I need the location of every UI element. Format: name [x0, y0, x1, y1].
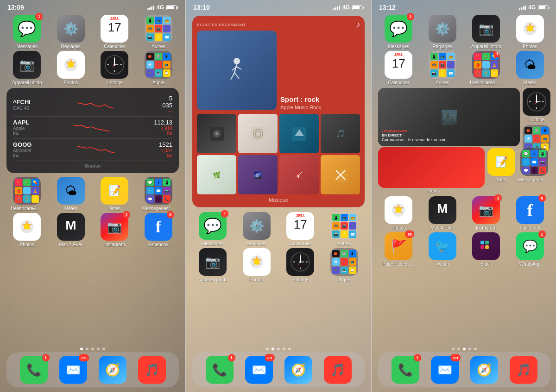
ap2-9: ⌚	[349, 267, 356, 274]
dot-1-1	[80, 348, 83, 350]
hf3-1: ❤️	[474, 53, 481, 60]
facebook-label-1: Facebook	[148, 242, 169, 247]
dock-music-2[interactable]: 🎵	[324, 356, 352, 384]
app-row-3-3: Photos M Mac 4 Ever 📷 1 Instagram f 6 Fa…	[372, 194, 556, 231]
meteo-label-3: Météo	[524, 80, 537, 85]
phone-dock-badge-2: 1	[228, 354, 235, 361]
app-calendrier-1[interactable]: JEU. 17 Calendrier	[94, 15, 135, 49]
photos-label-1: Photos	[63, 80, 78, 85]
dock-safari-1[interactable]: 🧭	[99, 356, 126, 384]
svg-rect-59	[480, 241, 484, 244]
app-autres-3[interactable]: 📱 📺 📻 🎮 🎬 🎵 📷 ⭐ ✉️ Autres	[422, 51, 463, 85]
app-photos-row4-1[interactable]: Photos	[6, 213, 48, 247]
slack-icon-3	[472, 232, 500, 260]
app-messages-3[interactable]: 💬 1 Messages	[378, 15, 419, 49]
hf3-8: 🏋️	[482, 69, 490, 77]
app-reglages-2[interactable]: ⚙️ Réglages	[236, 212, 278, 246]
signal-icon-3	[519, 5, 526, 10]
app-instagram-1[interactable]: 📷 1 Instagram	[94, 213, 135, 247]
app-mac4ever-1[interactable]: M Mac 4 Ever	[51, 213, 92, 247]
album-8	[321, 155, 360, 194]
slack-label-3: Slack	[480, 261, 492, 267]
app-messages-1[interactable]: 💬 1 Messages	[6, 15, 48, 49]
messages-badge-3: 1	[407, 13, 414, 20]
app-horloge-3[interactable]: Horloge	[523, 88, 550, 122]
health-label-1: Healthcare&Fit...	[11, 206, 43, 211]
dock-music-1[interactable]: 🎵	[138, 356, 166, 384]
app-horloge-2[interactable]: Horloge	[280, 248, 321, 282]
mail-dock-icon-1: ✉️ 791	[59, 356, 87, 384]
app-messageries-1[interactable]: 💬 f 📱 🐦 ✉️ 📷 🗨️ S 📞 Messageries/r...	[138, 177, 179, 211]
battery-3	[538, 5, 550, 10]
dot-1-3	[91, 348, 94, 350]
app-camera-1[interactable]: 📷 Appareil photo	[6, 51, 48, 85]
signal-bar-1	[147, 8, 149, 10]
app-pagefb-3[interactable]: 🚩 99 Page Facebook	[378, 232, 419, 267]
horloge-icon-2	[286, 248, 314, 276]
dock-safari-3[interactable]: 🧭	[470, 356, 498, 384]
app-facebook-3[interactable]: f 6 Facebook	[510, 196, 551, 230]
app-whatsapp-3[interactable]: 💬 1 WhatsApp	[510, 232, 551, 267]
app-health-1[interactable]: ❤️ 🏃 💊 🍎 💧 🧘 🩺 🏋️ ⭐ Healthcare&Fit...	[6, 177, 48, 211]
dock-mail-2[interactable]: ✉️ 791	[245, 356, 273, 384]
mf3: 📱	[163, 179, 171, 186]
svg-point-45	[527, 26, 533, 31]
signal-bar-3-4	[524, 6, 526, 10]
apple-folder-label-1: Apple	[152, 80, 164, 85]
health-label-3: Healthcare&Fit...	[470, 80, 502, 85]
app-reglages-1[interactable]: ⚙️ Réglages	[51, 15, 92, 49]
dot-3-2	[457, 348, 460, 350]
meteo-label-1: Météo	[64, 206, 77, 211]
dock-mail-1[interactable]: ✉️ 791	[59, 356, 87, 384]
fi8: ⭐	[155, 33, 162, 41]
signal-bar-3	[151, 6, 152, 10]
dock-phone-3[interactable]: 📞 1	[392, 356, 419, 384]
dock-safari-2[interactable]: 🧭	[284, 356, 312, 384]
app-horloge-1[interactable]: Horloge	[94, 51, 135, 85]
notes-label-3: Notes	[495, 177, 507, 182]
app-photos-1[interactable]: Photos	[51, 51, 92, 85]
app-camera-2[interactable]: 📷 Appareil photo	[192, 248, 234, 282]
instagram-icon-1: 📷 1	[101, 213, 128, 241]
notes-section-label	[489, 188, 520, 193]
status-bar-1: 13:09 4G	[0, 0, 185, 13]
app-slack-3[interactable]: Slack	[466, 232, 507, 267]
dock-phone-2[interactable]: 📞 1	[206, 356, 234, 384]
app-calendrier-3[interactable]: JEU. 17 Calendrier	[378, 51, 419, 85]
app-autres-1[interactable]: 📱 📺 📻 🎮 🎬 🎵 📷 ⭐ ✉️ Autres	[138, 15, 179, 49]
messageries-folder-1: 💬 f 📱 🐦 ✉️ 📷 🗨️ S 📞	[145, 177, 172, 205]
app-messageries-3[interactable]: 💬 f 📱 🐦 ✉️ 📷 🗨️ S 📞 Messageries/r...	[518, 147, 550, 188]
app-photos-r3[interactable]: Photos	[378, 196, 419, 230]
app-notes-3[interactable]: 📝 Notes	[487, 147, 515, 188]
twitter-label-3: Twitter	[436, 261, 449, 267]
autres-folder-1: 📱 📺 📻 🎮 🎬 🎵 📷 ⭐ ✉️	[145, 15, 172, 43]
clock-svg-2	[290, 252, 310, 272]
app-apple-2[interactable]: 🍎 🏥 📱 ☁️ 🎵 📺 🎮 💻 ⌚ Apple	[324, 248, 365, 282]
dock-mail-3[interactable]: ✉️ 791	[431, 356, 459, 384]
app-reglages-3[interactable]: ⚙️ Réglages	[422, 15, 463, 49]
svg-text:M: M	[65, 218, 76, 232]
app-calendrier-2[interactable]: JEU. 17 Calendrier	[280, 212, 321, 246]
facebook-label-3: Facebook	[520, 225, 540, 230]
app-facebook-1[interactable]: f 6 Facebook	[138, 213, 179, 247]
app-twitter-3[interactable]: 🐦 Twitter	[422, 232, 463, 267]
app-photos-3[interactable]: Photos	[510, 15, 551, 49]
app-meteo-3[interactable]: 🌤 Météo	[510, 51, 551, 85]
app-health-3[interactable]: ❤️ 🏃 💊 🍎 💧 🧘 🩺 🏋️ ⭐ 1 Healthcare&Fit...	[466, 51, 507, 85]
album-1	[197, 114, 236, 153]
app-instagram-3[interactable]: 📷 1 Instagram	[466, 196, 507, 230]
dock-music-3[interactable]: 🎵	[510, 356, 537, 384]
mac4ever-label-1: Mac 4 Ever	[59, 242, 82, 247]
stock-goog-info: GOOG Alphabet Inc.	[13, 141, 34, 158]
app-apple-folder-1[interactable]: 🍎 🏥 📱 ☁️ 🎵 📺 🎮 💻 ⌚ Apple	[138, 51, 179, 85]
calendrier-label-1: Calendrier	[104, 44, 125, 49]
app-notes-1[interactable]: 📝 Notes	[94, 177, 135, 211]
app-messages-2[interactable]: 💬 1 Messages	[192, 212, 234, 246]
app-photos-2[interactable]: Photos	[236, 248, 278, 282]
af2-3: 📻	[349, 214, 356, 221]
app-camera-3[interactable]: 📷 Appareil photo	[466, 15, 507, 49]
app-meteo-1[interactable]: 🌤 Météo	[51, 177, 92, 211]
app-autres-2[interactable]: 📱 📺 📻 🎮 🎬 🎵 📷 ⭐ ✉️ Autres	[324, 212, 365, 246]
dock-phone-1[interactable]: 📞 1	[20, 356, 48, 384]
app-mac4ever-3[interactable]: M Mac 4 Ever	[422, 196, 463, 230]
